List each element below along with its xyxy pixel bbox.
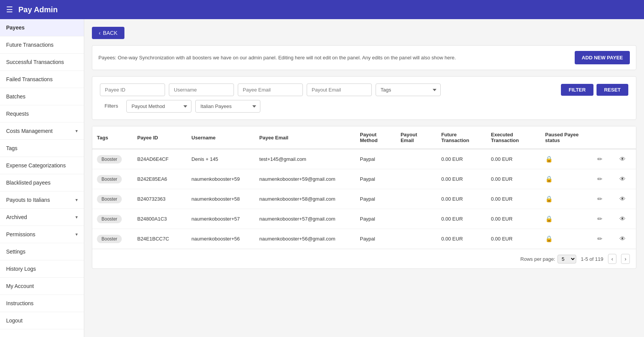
sidebar-item-my-account[interactable]: My Account (0, 278, 84, 295)
edit-button[interactable]: ✏ (595, 174, 605, 184)
sidebar-item-failed-transactions[interactable]: Failed Transactions (0, 71, 84, 88)
table-cell-3-4: Paypal (355, 209, 396, 229)
view-button[interactable]: 👁 (617, 154, 628, 164)
edit-button[interactable]: ✏ (595, 214, 605, 224)
table-cell-1-10: 👁 (613, 169, 636, 189)
prev-page-button[interactable]: ‹ (608, 254, 617, 264)
sidebar-item-label: Logout (6, 317, 23, 324)
table-cell-2-8: 🔒 (541, 189, 590, 209)
payout-email-input[interactable] (307, 83, 372, 96)
payee-id-input[interactable] (100, 83, 165, 96)
sidebar-item-payees[interactable]: Payees (0, 19, 84, 36)
sidebar-item-label: Archived (6, 214, 27, 220)
col-header-5: Payout Email (396, 126, 436, 149)
sidebar-item-future-transactions[interactable]: Future Transactions (0, 36, 84, 54)
sidebar-item-requests[interactable]: Requests (0, 105, 84, 123)
filter-button[interactable]: FILTER (561, 84, 593, 96)
col-header-6: Future Transaction (436, 126, 486, 149)
col-header-8: Paused Payee status (541, 126, 590, 149)
table-cell-3-5 (396, 209, 436, 229)
username-input[interactable] (169, 83, 234, 96)
sidebar-item-label: Costs Management (6, 128, 52, 134)
sidebar-item-label: Tags (6, 145, 18, 151)
col-header-2: Username (187, 126, 255, 149)
sidebar-item-blacklisted-payees[interactable]: Blacklisted payees (0, 174, 84, 191)
sidebar-item-logout[interactable]: Logout (0, 312, 84, 329)
col-header-10 (613, 126, 636, 149)
edit-button[interactable]: ✏ (595, 194, 605, 204)
table-cell-4-1: B24E1BCC7C (132, 229, 187, 249)
hamburger-icon[interactable]: ☰ (6, 5, 13, 14)
table-cell-3-9: ✏ (590, 209, 613, 229)
chevron-down-icon: ▾ (75, 232, 78, 237)
table-cell-2-4: Paypal (355, 189, 396, 209)
rows-per-page-select[interactable]: 5 10 25 (557, 255, 576, 263)
table-cell-1-5 (396, 169, 436, 189)
table-cell-2-0: Booster (92, 189, 132, 209)
col-header-1: Payee ID (132, 126, 187, 149)
add-new-payee-button[interactable]: ADD NEW PAYEE (575, 51, 630, 64)
table-cell-1-1: B242E85EA6 (132, 169, 187, 189)
table-cell-1-9: ✏ (590, 169, 613, 189)
tags-select[interactable]: Tags (376, 83, 441, 96)
table-cell-2-10: 👁 (613, 189, 636, 209)
table-body: BoosterB24AD6E4CFDenis + 145test+145@gma… (92, 149, 636, 249)
table-cell-4-5 (396, 229, 436, 249)
table-cell-4-7: 0.00 EUR (486, 229, 541, 249)
payee-email-input[interactable] (238, 83, 303, 96)
table-cell-2-5 (396, 189, 436, 209)
table-cell-3-2: naumenkobooster+57 (187, 209, 255, 229)
view-button[interactable]: 👁 (617, 194, 628, 204)
sidebar-item-label: Payees (6, 25, 25, 31)
sidebar-item-instructions[interactable]: Instructions (0, 295, 84, 312)
filters-label: Filters (100, 100, 123, 113)
table-cell-0-6: 0.00 EUR (436, 149, 486, 169)
table-cell-0-7: 0.00 EUR (486, 149, 541, 169)
italian-payees-select[interactable]: Italian Payees (195, 100, 260, 113)
sidebar-item-label: Failed Transactions (6, 76, 52, 82)
back-button[interactable]: ‹ BACK (92, 27, 124, 39)
col-header-3: Payee Email (255, 126, 355, 149)
view-button[interactable]: 👁 (617, 214, 628, 224)
table-cell-1-2: naumenkobooster+59 (187, 169, 255, 189)
pagination: Rows per page: 5 10 25 1-5 of 119 ‹ › (92, 249, 636, 268)
sidebar-item-successful-transactions[interactable]: Successful Transactions (0, 54, 84, 71)
filters-row-2: Filters Payout Method Italian Payees (100, 100, 628, 113)
table-cell-3-10: 👁 (613, 209, 636, 229)
sidebar-item-label: Permissions (6, 231, 35, 237)
sidebar-item-label: Payouts to Italians (6, 197, 50, 203)
view-button[interactable]: 👁 (617, 174, 628, 184)
sidebar-item-permissions[interactable]: Permissions▾ (0, 226, 84, 243)
table-cell-2-2: naumenkobooster+58 (187, 189, 255, 209)
view-button[interactable]: 👁 (617, 234, 628, 244)
sidebar-item-archived[interactable]: Archived▾ (0, 209, 84, 226)
sidebar-item-expense-categorizations[interactable]: Expense Categorizations (0, 157, 84, 174)
page-info: 1-5 of 119 (581, 256, 603, 262)
table-cell-2-3: naumenkobooster+58@gmail.com (255, 189, 355, 209)
sidebar-item-payouts-to-italians[interactable]: Payouts to Italians▾ (0, 191, 84, 209)
edit-button[interactable]: ✏ (595, 234, 605, 244)
sidebar-item-label: Successful Transactions (6, 59, 64, 65)
reset-button[interactable]: RESET (597, 84, 628, 96)
sidebar-item-label: Settings (6, 249, 26, 255)
tag-badge: Booster (97, 175, 122, 183)
chevron-down-icon: ▾ (75, 214, 78, 220)
sidebar-item-label: Blacklisted payees (6, 180, 51, 186)
sidebar-item-label: Expense Categorizations (6, 162, 66, 168)
sidebar-item-label: Requests (6, 111, 29, 117)
edit-button[interactable]: ✏ (595, 154, 605, 164)
sidebar-item-settings[interactable]: Settings (0, 243, 84, 260)
tag-badge: Booster (97, 195, 122, 203)
table-cell-3-7: 0.00 EUR (486, 209, 541, 229)
payout-method-select[interactable]: Payout Method (126, 100, 191, 113)
sidebar-item-costs-management[interactable]: Costs Management▾ (0, 123, 84, 140)
next-page-button[interactable]: › (621, 254, 630, 264)
sidebar-item-tags[interactable]: Tags (0, 140, 84, 157)
col-header-4: Payout Method (355, 126, 396, 149)
sidebar-item-batches[interactable]: Batches (0, 88, 84, 105)
table-cell-2-9: ✏ (590, 189, 613, 209)
sidebar-item-history-logs[interactable]: History Logs (0, 260, 84, 278)
tag-badge: Booster (97, 215, 122, 223)
lock-icon: 🔒 (545, 196, 553, 202)
filters-actions: FILTER RESET (561, 84, 628, 96)
